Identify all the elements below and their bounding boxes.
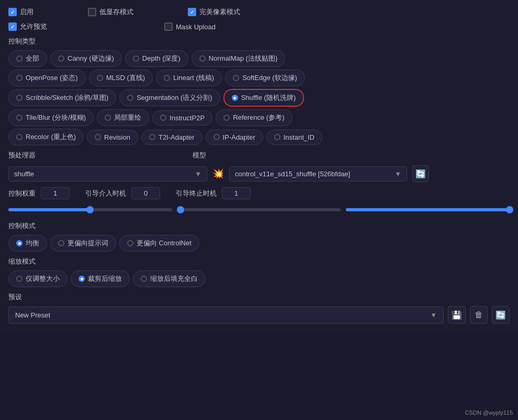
type-depth[interactable]: Depth (深度) bbox=[125, 50, 188, 67]
type-segmentation-label: Segmentation (语义分割) bbox=[137, 93, 212, 103]
model-dropdown[interactable]: control_v11e_sd15_shuffle [526bfdae] ▼ bbox=[229, 166, 407, 181]
type-instructp2p[interactable]: InstructP2P bbox=[152, 110, 212, 126]
model-refresh-icon: 🔄 bbox=[415, 169, 426, 179]
type-local-redraw-label: 局部重绘 bbox=[114, 113, 141, 122]
type-t2i[interactable]: T2I-Adapter bbox=[141, 130, 202, 145]
low-memory-checkbox-box[interactable] bbox=[88, 8, 96, 16]
type-reference-radio bbox=[223, 115, 230, 121]
weight-slider[interactable] bbox=[8, 205, 172, 215]
crop-resize-label: 裁剪后缩放 bbox=[88, 274, 122, 283]
type-softedge-radio bbox=[233, 75, 239, 81]
fill-resize[interactable]: 缩放后填充全白 bbox=[133, 270, 206, 287]
type-mlsd-radio bbox=[97, 75, 103, 81]
enable-checkbox-box[interactable]: ✓ bbox=[8, 8, 17, 16]
control-weight-value[interactable]: 1 bbox=[41, 187, 70, 199]
type-normalmap[interactable]: NormalMap (法线贴图) bbox=[192, 50, 285, 67]
control-type-row-3: Scribble/Sketch (涂鸦/草图) Segmentation (语义… bbox=[8, 89, 510, 107]
type-instant-id[interactable]: Instant_ID bbox=[266, 130, 322, 145]
preset-arrow-icon: ▼ bbox=[430, 311, 437, 319]
mask-upload-checkbox[interactable]: Mask Upload bbox=[164, 22, 216, 31]
type-t2i-radio bbox=[149, 134, 155, 140]
type-ip-adapter[interactable]: IP-Adapter bbox=[206, 130, 263, 145]
type-depth-radio bbox=[133, 55, 139, 62]
type-openpose-radio bbox=[16, 75, 22, 81]
enable-check-icon: ✓ bbox=[10, 9, 15, 15]
mode-prompt-label: 更偏向提示词 bbox=[67, 239, 108, 248]
model-label: 模型 bbox=[193, 151, 206, 160]
type-reference-label: Reference (参考) bbox=[233, 113, 284, 122]
type-recolor[interactable]: Recolor (重上色) bbox=[8, 129, 84, 145]
enable-label: 启用 bbox=[20, 7, 33, 17]
fill-resize-label: 缩放后填充全白 bbox=[150, 274, 198, 283]
type-revision-label: Revision bbox=[104, 133, 130, 141]
type-canny-label: Canny (硬边缘) bbox=[67, 54, 114, 63]
end-control-value[interactable]: 1 bbox=[222, 187, 251, 199]
type-tile[interactable]: Tile/Blur (分块/模糊) bbox=[8, 109, 94, 126]
type-scribble[interactable]: Scribble/Sketch (涂鸦/草图) bbox=[8, 89, 116, 106]
start-control-value[interactable]: 0 bbox=[131, 187, 160, 199]
type-segmentation[interactable]: Segmentation (语义分割) bbox=[119, 89, 220, 106]
crop-resize-radio bbox=[78, 276, 85, 282]
pixel-perfect-check-icon: ✓ bbox=[190, 9, 194, 15]
refresh-preset-button[interactable]: 🔄 bbox=[492, 306, 510, 324]
mask-upload-checkbox-box[interactable] bbox=[164, 22, 173, 31]
low-memory-checkbox[interactable]: 低显存模式 bbox=[88, 7, 133, 17]
type-softedge[interactable]: SoftEdge (软边缘) bbox=[225, 70, 305, 86]
type-instructp2p-radio bbox=[160, 115, 166, 121]
control-type-row-1: 全部 Canny (硬边缘) Depth (深度) NormalMap (法线贴… bbox=[8, 50, 510, 67]
second-options-row: ✓ 允许预览 Mask Upload bbox=[8, 22, 510, 31]
end-control-label: 引导终止时机 bbox=[176, 189, 217, 198]
end-slider[interactable] bbox=[346, 205, 510, 215]
type-ip-adapter-radio bbox=[213, 134, 220, 140]
mode-balanced-radio bbox=[16, 240, 22, 246]
type-openpose[interactable]: OpenPose (姿态) bbox=[8, 70, 86, 86]
model-arrow-icon: ▼ bbox=[395, 170, 401, 178]
preset-section: New Preset ▼ 💾 🗑 🔄 bbox=[8, 306, 510, 324]
preprocessor-dropdown[interactable]: shuffle ▼ bbox=[8, 166, 207, 181]
type-local-redraw[interactable]: 局部重绘 bbox=[97, 109, 149, 126]
type-recolor-label: Recolor (重上色) bbox=[26, 132, 76, 142]
model-refresh-button[interactable]: 🔄 bbox=[412, 165, 429, 182]
type-local-redraw-radio bbox=[105, 115, 111, 121]
enable-checkbox[interactable]: ✓ 启用 bbox=[8, 7, 33, 17]
resize-only-radio bbox=[16, 276, 22, 282]
pixel-perfect-checkbox-box[interactable]: ✓ bbox=[188, 8, 196, 16]
mode-controlnet-label: 更偏向 ControlNet bbox=[137, 239, 192, 248]
type-canny[interactable]: Canny (硬边缘) bbox=[50, 50, 122, 67]
preset-label: 预设 bbox=[8, 292, 510, 302]
allow-preview-checkbox-box[interactable]: ✓ bbox=[8, 22, 17, 31]
fill-resize-radio bbox=[141, 276, 147, 282]
mode-balanced[interactable]: 均衡 bbox=[8, 235, 47, 252]
type-normalmap-label: NormalMap (法线贴图) bbox=[209, 54, 277, 63]
type-all-label: 全部 bbox=[26, 54, 39, 63]
start-control-label: 引导介入时机 bbox=[85, 189, 126, 198]
type-lineart-label: Lineart (线稿) bbox=[173, 73, 214, 83]
delete-preset-button[interactable]: 🗑 bbox=[470, 306, 488, 324]
crop-resize[interactable]: 裁剪后缩放 bbox=[71, 270, 130, 287]
preprocessor-value: shuffle bbox=[14, 170, 34, 178]
type-revision-radio bbox=[95, 134, 101, 140]
save-preset-button[interactable]: 💾 bbox=[448, 306, 466, 324]
type-mlsd[interactable]: MLSD (直线) bbox=[89, 70, 153, 86]
mode-balanced-label: 均衡 bbox=[26, 239, 39, 248]
mode-controlnet[interactable]: 更偏向 ControlNet bbox=[119, 235, 199, 252]
type-lineart[interactable]: Lineart (线稿) bbox=[156, 70, 222, 86]
pixel-perfect-checkbox[interactable]: ✓ 完美像素模式 bbox=[188, 7, 240, 17]
type-shuffle[interactable]: Shuffle (随机洗牌) bbox=[223, 89, 305, 107]
allow-preview-checkbox[interactable]: ✓ 允许预览 bbox=[8, 22, 47, 31]
type-all[interactable]: 全部 bbox=[8, 50, 47, 67]
fire-button[interactable]: 💥 bbox=[212, 168, 224, 179]
model-value: control_v11e_sd15_shuffle [526bfdae] bbox=[235, 170, 350, 178]
save-icon: 💾 bbox=[452, 310, 462, 320]
type-mlsd-label: MLSD (直线) bbox=[106, 73, 145, 83]
preset-dropdown[interactable]: New Preset ▼ bbox=[8, 307, 444, 324]
control-weight-label: 控制权重 bbox=[8, 189, 36, 198]
type-shuffle-label: Shuffle (随机洗牌) bbox=[241, 93, 296, 103]
resize-only[interactable]: 仅调整大小 bbox=[8, 270, 67, 287]
type-revision[interactable]: Revision bbox=[87, 130, 138, 145]
type-reference[interactable]: Reference (参考) bbox=[216, 109, 292, 126]
mode-prompt[interactable]: 更偏向提示词 bbox=[50, 235, 116, 252]
start-slider[interactable] bbox=[177, 205, 341, 215]
mode-controlnet-radio bbox=[127, 240, 133, 246]
control-mode-label: 控制模式 bbox=[8, 221, 510, 231]
